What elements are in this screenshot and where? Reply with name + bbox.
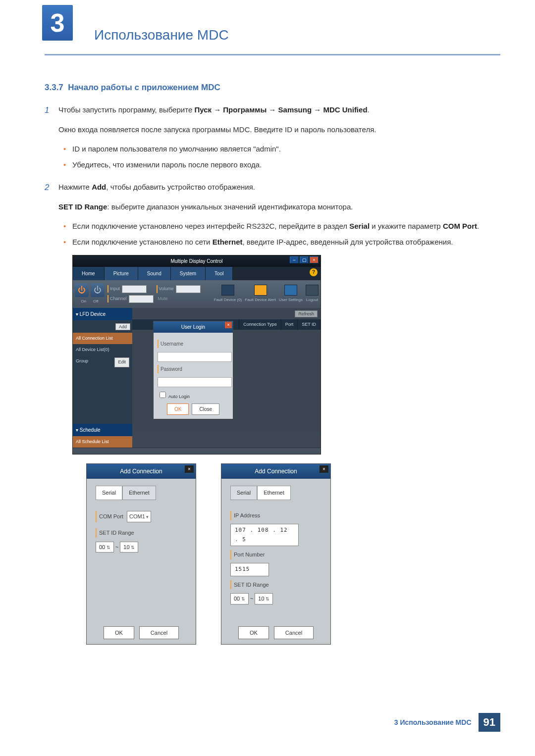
username-label: Username: [158, 340, 229, 348]
setid-to-stepper[interactable]: 10: [120, 542, 138, 553]
setid-from-stepper[interactable]: 00: [230, 593, 249, 605]
volume-select[interactable]: [176, 285, 201, 293]
username-input[interactable]: [158, 352, 232, 362]
close-icon[interactable]: ×: [310, 256, 319, 263]
fault-device-icon[interactable]: Fault Device (0): [214, 285, 242, 303]
password-label: Password: [158, 365, 229, 373]
tab-serial[interactable]: Serial: [96, 486, 122, 500]
chapter-title: Использование MDC: [94, 15, 500, 43]
chapter-number-badge: 3: [42, 5, 73, 41]
refresh-button[interactable]: Refresh: [295, 310, 318, 317]
auto-login-checkbox[interactable]: [160, 392, 166, 398]
step-1: 1 Чтобы запустить программу, выберите Пу…: [45, 103, 500, 178]
step-number: 2: [45, 181, 58, 645]
comport-label: COM Port: [99, 513, 123, 519]
col-set-id: SET ID: [298, 319, 321, 330]
bullet: Убедитесь, что изменили пароль после пер…: [72, 158, 500, 171]
ok-button[interactable]: OK: [167, 403, 189, 415]
close-button[interactable]: Close: [192, 403, 219, 415]
sidebar-all-device[interactable]: All Device List(0): [73, 344, 132, 355]
bullet: Если подключение установлено по сети Eth…: [72, 236, 500, 249]
port-label: Port Number: [230, 550, 321, 559]
setid-from-stepper[interactable]: 00: [96, 542, 114, 553]
cancel-button[interactable]: Cancel: [274, 626, 314, 640]
setid-label: SET ID Range: [230, 580, 321, 590]
logout-icon[interactable]: Logout: [306, 285, 319, 303]
mdc-screenshot: Multiple Display Control – ▢ × Home Pict…: [72, 255, 321, 454]
ok-button[interactable]: OK: [238, 626, 269, 640]
col-port: Port: [281, 319, 298, 330]
setid-label: SET ID Range: [96, 528, 187, 538]
tab-ethernet[interactable]: Ethernet: [122, 486, 156, 500]
step-2: 2 Нажмите Add, чтобы добавить устройство…: [45, 181, 500, 645]
main-grid: Refresh Connection Type Port SET ID User…: [132, 308, 321, 432]
user-login-dialog: User Login× Username Password Auto Login…: [153, 321, 233, 419]
channel-select[interactable]: [129, 295, 154, 303]
add-connection-ethernet-dialog: Add Connection× Serial Ethernet IP Addre…: [221, 463, 331, 645]
ip-label: IP Address: [230, 511, 321, 520]
maximize-icon[interactable]: ▢: [300, 256, 309, 263]
bullet: Если подключение установлено через интер…: [72, 220, 500, 233]
help-icon[interactable]: ?: [307, 267, 321, 280]
add-button[interactable]: Add: [115, 323, 130, 330]
password-input[interactable]: [158, 377, 232, 387]
ribbon-toolbar: ⏻ ⏻ OnOff Input Channel Volume Mute: [73, 280, 321, 308]
cancel-button[interactable]: Cancel: [139, 626, 179, 640]
sidebar-all-schedule[interactable]: All Schedule List: [73, 436, 132, 448]
close-icon[interactable]: ×: [225, 322, 232, 328]
close-icon[interactable]: ×: [185, 465, 194, 473]
sidebar-section-schedule[interactable]: Schedule: [73, 424, 132, 436]
sidebar-group[interactable]: GroupEdit: [73, 355, 132, 369]
fault-alert-icon[interactable]: Fault Device Alert: [245, 285, 276, 303]
sidebar-section-lfd[interactable]: LFD Device: [73, 308, 132, 320]
setid-to-stepper[interactable]: 10: [255, 593, 273, 605]
input-select[interactable]: [122, 285, 147, 293]
tab-serial[interactable]: Serial: [230, 486, 257, 500]
window-titlebar: Multiple Display Control – ▢ ×: [73, 255, 321, 267]
footer-text: 3 Использование MDC: [394, 718, 472, 726]
comport-select[interactable]: COM1: [127, 511, 151, 522]
power-on-icon[interactable]: ⏻: [75, 283, 89, 297]
user-settings-icon[interactable]: User Settings: [279, 285, 303, 303]
page-footer: 3 Использование MDC 91: [394, 713, 500, 732]
step-number: 1: [45, 103, 58, 178]
tab-tool[interactable]: Tool: [206, 267, 233, 280]
minimize-icon[interactable]: –: [290, 256, 299, 263]
tab-system[interactable]: System: [171, 267, 206, 280]
bullet: ID и паролем пользователя по умолчанию я…: [72, 143, 500, 155]
section-heading: 3.3.7 Начало работы с приложением MDC: [45, 83, 500, 93]
scrollbar-horizontal[interactable]: [73, 448, 321, 454]
ip-address-input[interactable]: 107 . 108 . 12 . 5: [230, 524, 299, 546]
close-icon[interactable]: ×: [320, 465, 328, 473]
power-off-icon[interactable]: ⏻: [91, 283, 105, 297]
add-connection-serial-dialog: Add Connection× Serial Ethernet COM Port…: [86, 463, 196, 645]
tab-home[interactable]: Home: [73, 267, 105, 280]
edit-button[interactable]: Edit: [114, 357, 129, 367]
page-number: 91: [479, 713, 500, 732]
sidebar-all-connection[interactable]: All Connection List: [73, 333, 132, 344]
port-input[interactable]: 1515: [230, 563, 269, 576]
divider: [45, 54, 500, 55]
sidebar: LFD Device Add All Connection List All D…: [73, 308, 132, 448]
tab-ethernet[interactable]: Ethernet: [257, 486, 291, 500]
ok-button[interactable]: OK: [104, 626, 134, 640]
col-connection-type: Connection Type: [239, 319, 281, 330]
tab-sound[interactable]: Sound: [138, 267, 171, 280]
tab-picture[interactable]: Picture: [105, 267, 138, 280]
